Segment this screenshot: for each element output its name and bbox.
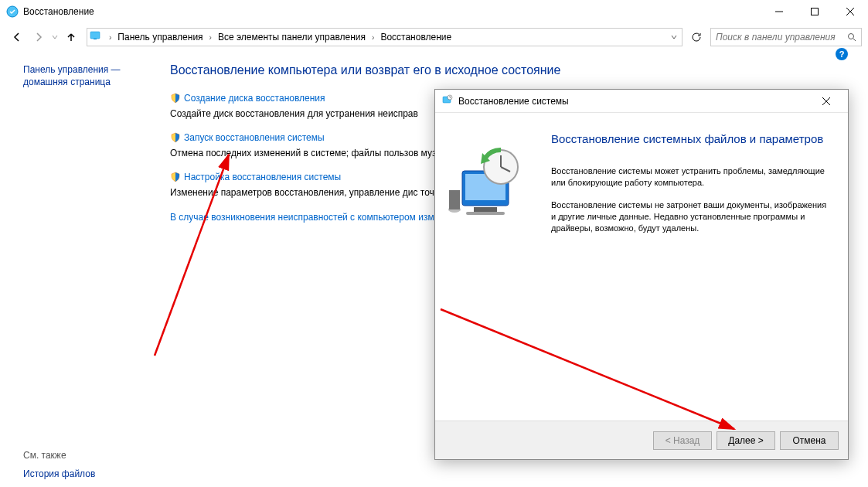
svg-rect-2 [812,9,819,15]
svg-rect-15 [474,207,497,212]
see-also: См. также История файлов [23,450,95,479]
close-button[interactable] [832,0,868,23]
see-also-title: См. также [23,450,95,461]
dialog-paragraph: Восстановление системы не затронет ваши … [551,199,829,234]
action-link[interactable]: Настройка восстановления системы [170,172,341,182]
forward-button[interactable] [28,26,49,48]
dialog-illustration [435,113,543,421]
cancel-button[interactable]: Отмена [780,431,839,450]
breadcrumb[interactable]: › Панель управления › Все элементы панел… [87,28,682,46]
svg-rect-18 [449,190,460,209]
control-panel-icon [89,29,104,45]
navigation-bar: › Панель управления › Все элементы панел… [0,23,868,51]
maximize-button[interactable] [797,0,832,23]
dialog-body: Восстановление системных файлов и параме… [435,113,848,421]
dialog-heading: Восстановление системных файлов и параме… [551,131,829,147]
see-also-link[interactable]: История файлов [23,468,95,479]
chevron-right-icon[interactable]: › [106,33,114,42]
back-button: < Назад [653,431,712,450]
search-input[interactable] [711,32,842,43]
sidebar-home-link[interactable]: Панель управления — домашняя страница [23,63,142,88]
search-icon[interactable] [842,32,861,42]
chevron-right-icon[interactable]: › [206,33,215,42]
shield-icon [170,172,181,182]
action-link[interactable]: Создание диска восстановления [170,93,325,104]
shield-icon [170,132,181,143]
next-button[interactable]: Далее > [717,431,775,450]
shield-icon [170,93,181,104]
page-title: Восстановление компьютера или возврат ег… [170,63,845,77]
refresh-button[interactable] [687,28,706,46]
breadcrumb-segment[interactable]: Панель управления [114,29,206,46]
sidebar: Панель управления — домашняя страница [0,51,155,223]
system-restore-dialog: Восстановление системы Восстановление си… [434,89,849,460]
dialog-titlebar[interactable]: Восстановление системы [435,90,848,113]
chevron-right-icon[interactable]: › [369,33,377,42]
breadcrumb-dropdown[interactable] [666,32,682,43]
help-icon[interactable]: ? [836,48,848,60]
window-titlebar: Восстановление [0,0,868,23]
dialog-close-button[interactable] [811,90,842,112]
breadcrumb-segment[interactable]: Все элементы панели управления [215,29,369,46]
window-title: Восстановление [23,6,94,17]
recent-dropdown[interactable] [49,26,60,48]
svg-rect-6 [94,39,97,39]
svg-rect-5 [90,32,100,39]
breadcrumb-segment[interactable]: Восстановление [377,29,454,46]
search-box[interactable] [710,28,862,46]
up-button[interactable] [60,26,82,48]
action-link[interactable]: Запуск восстановления системы [170,132,325,143]
dialog-content: Восстановление системных файлов и параме… [543,113,848,421]
dialog-footer: < Назад Далее > Отмена [435,421,848,459]
minimize-button[interactable] [761,0,797,23]
svg-rect-16 [466,212,505,215]
recovery-icon [6,5,19,18]
svg-point-7 [849,34,854,39]
system-restore-icon [441,94,454,108]
svg-line-8 [853,39,856,41]
dialog-title: Восстановление системы [458,96,569,107]
back-button[interactable] [6,26,28,48]
dialog-paragraph: Восстановление системы может устранить п… [551,165,829,189]
